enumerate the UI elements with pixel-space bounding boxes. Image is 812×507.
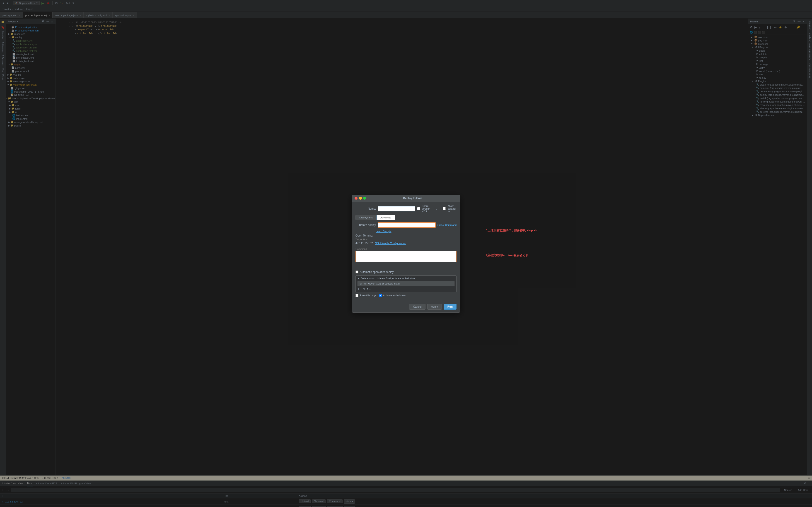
share-vcs-text: Share through VCS bbox=[422, 205, 432, 213]
launch-add-btn[interactable]: + bbox=[358, 287, 359, 291]
show-page-checkbox[interactable] bbox=[355, 294, 358, 297]
launch-tools: + − ✎ ↑ ↓ bbox=[358, 287, 454, 291]
run-button[interactable]: Run bbox=[444, 304, 457, 309]
modal-check-row: Show this page Activate tool window bbox=[355, 294, 457, 297]
target-host-ip: 47.111.75.152 bbox=[355, 242, 373, 245]
cancel-button[interactable]: Cancel bbox=[409, 304, 425, 309]
modal-title-bar: Deploy to Host bbox=[352, 195, 460, 202]
tab-advanced[interactable]: Advanced bbox=[376, 215, 395, 220]
open-terminal-label: Open Terminal bbox=[355, 234, 457, 237]
before-deploy-label: Before deploy bbox=[355, 223, 376, 227]
launch-item: M Run Maven Goal 'producer: install' bbox=[358, 281, 454, 286]
share-vcs-help[interactable]: ? bbox=[436, 207, 437, 210]
activate-window-label[interactable]: Activate tool window bbox=[379, 294, 406, 297]
modal-tab-row: Deployment Advanced bbox=[355, 215, 457, 220]
command-label: Command bbox=[355, 247, 457, 250]
command-section: Command bbox=[355, 247, 457, 263]
before-launch-title: Before launch: Maven Goal, Activate tool… bbox=[361, 277, 415, 280]
before-deploy-input[interactable] bbox=[378, 222, 436, 228]
activate-window-checkbox[interactable] bbox=[379, 294, 382, 297]
modal-title: Deploy to Host bbox=[368, 197, 457, 200]
launch-up-btn[interactable]: ↑ bbox=[367, 287, 368, 291]
share-vcs-label[interactable]: Share through VCS bbox=[417, 205, 432, 213]
ssh-profile-link[interactable]: SSH Profile Configuration bbox=[375, 242, 406, 245]
command-extra-area bbox=[355, 264, 457, 271]
show-page-label[interactable]: Show this page bbox=[355, 294, 376, 297]
show-page-text: Show this page bbox=[359, 294, 376, 297]
allow-parallel-text: Allow parallel run bbox=[448, 205, 457, 213]
maximize-traffic-light[interactable] bbox=[363, 197, 366, 200]
target-host-section: Target Host 47.111.75.152 SSH Profile Co… bbox=[355, 238, 457, 245]
target-host-value: 47.111.75.152 SSH Profile Configuration bbox=[355, 241, 457, 245]
auto-open-checkbox[interactable] bbox=[355, 271, 358, 273]
minimize-traffic-light[interactable] bbox=[359, 197, 362, 200]
activate-window-text: Activate tool window bbox=[383, 294, 406, 297]
tab-deployment[interactable]: Deployment bbox=[355, 215, 376, 220]
maven-goal-icon: M bbox=[360, 282, 362, 285]
launch-edit-btn[interactable]: ✎ bbox=[363, 287, 366, 291]
target-host-label: Target Host bbox=[355, 238, 457, 241]
traffic-lights bbox=[355, 197, 366, 200]
launch-down-btn[interactable]: ↓ bbox=[369, 287, 371, 291]
share-vcs-checkbox[interactable] bbox=[417, 207, 420, 210]
close-traffic-light[interactable] bbox=[355, 197, 358, 200]
annotation-2: 2启动完成后terminal看启动记录 bbox=[486, 253, 528, 257]
modal-footer: Cancel Apply Run bbox=[352, 302, 460, 313]
launch-minus-btn[interactable]: − bbox=[360, 287, 362, 291]
before-launch-section: ▼ Before launch: Maven Goal, Activate to… bbox=[355, 275, 457, 292]
auto-open-row: Automatic open after deploy bbox=[355, 271, 457, 274]
command-textarea[interactable] bbox=[355, 251, 457, 262]
modal-check-group: Share through VCS ? Allow parallel run bbox=[417, 205, 457, 213]
auto-open-label: Automatic open after deploy bbox=[360, 271, 394, 274]
before-deploy-row: Before deploy Select Command bbox=[355, 222, 457, 228]
deploy-modal: Deploy to Host Name: Share through VCS ?… bbox=[352, 194, 460, 313]
allow-parallel-label[interactable]: Allow parallel run bbox=[443, 205, 457, 213]
modal-name-row: Name: Share through VCS ? Allow parallel… bbox=[355, 205, 457, 213]
name-input[interactable] bbox=[378, 206, 415, 211]
launch-item-text: Run Maven Goal 'producer: install' bbox=[362, 282, 400, 285]
modal-body: Name: Share through VCS ? Allow parallel… bbox=[352, 202, 460, 302]
before-launch-chevron[interactable]: ▼ bbox=[358, 277, 360, 280]
before-launch-header: ▼ Before launch: Maven Goal, Activate to… bbox=[358, 277, 454, 280]
annotation-1: 1上传后的前置操作，服务停机 stop.sh bbox=[486, 228, 537, 232]
learn-sample-link[interactable]: Learn Sample bbox=[376, 230, 457, 233]
select-command-link[interactable]: Select Command bbox=[438, 224, 457, 226]
allow-parallel-checkbox[interactable] bbox=[443, 207, 446, 210]
modal-overlay: Deploy to Host Name: Share through VCS ?… bbox=[0, 0, 812, 507]
name-label: Name: bbox=[355, 207, 376, 210]
apply-button[interactable]: Apply bbox=[427, 304, 442, 309]
